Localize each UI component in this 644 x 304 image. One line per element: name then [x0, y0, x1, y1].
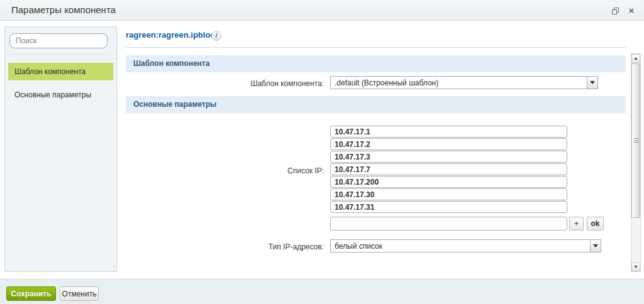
- chevron-down-icon[interactable]: [587, 77, 597, 89]
- info-icon[interactable]: i: [211, 31, 221, 41]
- ip-input[interactable]: [330, 126, 567, 138]
- template-select-value: .default (Встроенный шаблон): [331, 79, 587, 87]
- search-input[interactable]: [9, 33, 108, 48]
- ip-input[interactable]: [330, 138, 567, 150]
- template-select[interactable]: .default (Встроенный шаблон): [330, 76, 598, 89]
- dialog-title: Параметры компонента: [11, 4, 116, 15]
- sidebar-item-main-parameters[interactable]: Основные параметры: [8, 86, 113, 104]
- ip-input[interactable]: [330, 201, 567, 213]
- vertical-scrollbar[interactable]: [631, 53, 641, 272]
- section-header-main-parameters: Основные параметры: [126, 96, 626, 113]
- ok-button[interactable]: ok: [587, 217, 604, 231]
- add-ip-button[interactable]: +: [569, 217, 584, 231]
- ip-input[interactable]: [330, 188, 567, 200]
- chevron-down-icon[interactable]: [590, 240, 601, 252]
- dialog-titlebar: Параметры компонента ×: [0, 0, 644, 21]
- scroll-up-icon[interactable]: [631, 54, 640, 63]
- ip-list-label: Список IP:: [214, 166, 324, 175]
- new-ip-input[interactable]: [330, 217, 567, 231]
- header-divider: [126, 47, 626, 48]
- ip-type-select-value: белый список: [331, 242, 590, 251]
- ip-list: [330, 126, 567, 214]
- cancel-button[interactable]: Отменить: [60, 286, 99, 301]
- component-parameters-dialog: Параметры компонента × Шаблон компонента…: [0, 0, 644, 304]
- component-id-title: ragreen:ragreen.ipblock: [126, 30, 219, 40]
- ip-type-label: Тип IP-адресов:: [214, 242, 324, 251]
- close-icon[interactable]: ×: [626, 6, 636, 16]
- scrollbar-thumb[interactable]: [631, 63, 640, 218]
- section-header-template: Шаблон компонента: [126, 55, 626, 72]
- footer-bar: Сохранить Отменить: [0, 279, 644, 304]
- sidebar: Шаблон компонента Основные параметры: [4, 26, 117, 272]
- sidebar-item-component-template[interactable]: Шаблон компонента: [8, 63, 113, 80]
- template-field-label: Шаблон компонента:: [214, 79, 324, 88]
- scroll-down-icon[interactable]: [631, 263, 640, 271]
- save-button[interactable]: Сохранить: [6, 286, 56, 301]
- restore-icon[interactable]: [610, 6, 620, 16]
- ip-input[interactable]: [330, 176, 567, 188]
- ip-type-select[interactable]: белый список: [330, 239, 601, 252]
- scrollbar-grip: [634, 138, 639, 143]
- ip-input[interactable]: [330, 163, 567, 175]
- sidebar-divider: [6, 54, 116, 55]
- ip-input[interactable]: [330, 151, 567, 163]
